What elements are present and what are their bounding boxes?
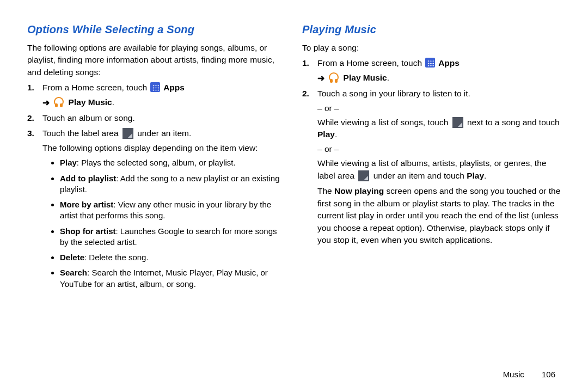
step-2: 2. Touch an album or song. <box>39 112 286 124</box>
opt-more: More by artist: View any other music in … <box>60 199 286 222</box>
rstep1-line2: ➜ Play Music. <box>317 72 561 84</box>
footer-page: 106 <box>542 370 555 379</box>
steps-list-right: 1. From a Home screen, touch Apps ➜ Play… <box>302 57 561 246</box>
label-area-icon <box>452 117 463 128</box>
or-1: – or – <box>317 102 561 114</box>
rstep2-c: While viewing a list of albums, artists,… <box>317 157 561 182</box>
now-playing-para: The Now playing screen opens and the son… <box>317 185 561 246</box>
rstep-1: 1. From a Home screen, touch Apps ➜ Play… <box>314 57 561 84</box>
intro-text: The following options are available for … <box>27 42 286 78</box>
heading-options: Options While Selecting a Song <box>27 22 286 38</box>
play-music-label: Play Music <box>341 73 387 82</box>
play-music-icon <box>329 73 340 83</box>
arrow-icon: ➜ <box>42 97 50 109</box>
opt-delete: Delete: Delete the song. <box>60 252 286 263</box>
apps-grid-icon <box>150 82 160 92</box>
steps-list: 1. From a Home screen, touch Apps ➜ Play… <box>27 82 286 290</box>
step2-text: Touch an album or song. <box>42 113 135 122</box>
step3-text-b: under an item. <box>135 128 191 138</box>
page-footer: Music 106 <box>503 370 555 379</box>
rstep1-text-a: From a Home screen, touch <box>317 58 424 68</box>
opt-add: Add to playlist: Add the song to a new p… <box>60 173 286 195</box>
apps-grid-icon <box>425 58 435 68</box>
rstep2-a: Touch a song in your library to listen t… <box>317 89 470 98</box>
step-3: 3. Touch the label area under an item. T… <box>39 127 286 289</box>
right-column: Playing Music To play a song: 1. From a … <box>302 22 561 381</box>
step1-text-a: From a Home screen, touch <box>42 83 149 92</box>
manual-page: Options While Selecting a Song The follo… <box>0 0 588 392</box>
rstep2-b: While viewing a list of songs, touch nex… <box>317 117 561 141</box>
step3-text-a: Touch the label area <box>42 128 121 138</box>
heading-playing: Playing Music <box>302 22 561 38</box>
play-music-label: Play Music <box>66 97 112 107</box>
arrow-icon: ➜ <box>317 72 324 84</box>
step1-line2: ➜ Play Music. <box>42 96 286 109</box>
or-2: – or – <box>317 143 561 155</box>
intro-right: To play a song: <box>302 42 561 54</box>
left-column: Options While Selecting a Song The follo… <box>27 22 286 381</box>
play-music-icon <box>54 97 65 107</box>
opt-search: Search: Search the Internet, Music Playe… <box>60 267 286 290</box>
label-area-icon <box>358 170 369 181</box>
step-1: 1. From a Home screen, touch Apps ➜ Play… <box>39 82 286 109</box>
step3-sub: The following options display depending … <box>42 142 286 154</box>
label-area-icon <box>122 128 133 139</box>
opt-play: Play: Plays the selected song, album, or… <box>60 157 286 168</box>
apps-label: Apps <box>161 83 184 92</box>
apps-label: Apps <box>436 58 459 68</box>
options-bullets: Play: Plays the selected song, album, or… <box>50 157 286 290</box>
rstep-2: 2. Touch a song in your library to liste… <box>314 88 561 247</box>
opt-shop: Shop for artist: Launches Google to sear… <box>60 226 286 248</box>
footer-section: Music <box>503 370 524 379</box>
